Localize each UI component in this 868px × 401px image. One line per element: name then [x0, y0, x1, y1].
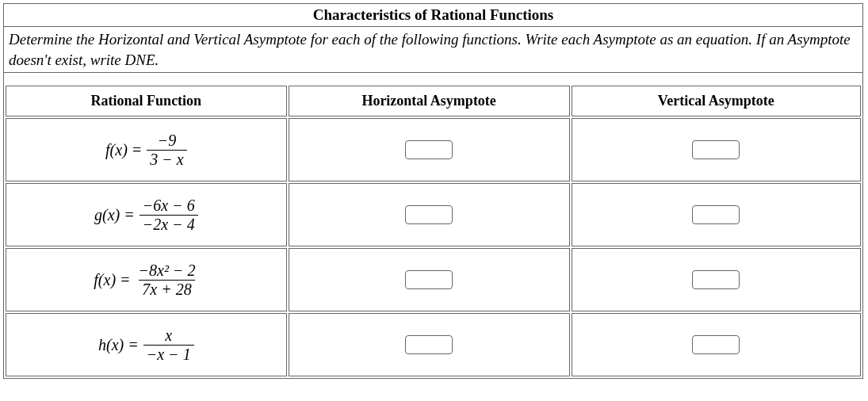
function-lhs: f(x) =	[105, 141, 142, 159]
table-row: g(x) = −6x − 6 −2x − 4	[6, 183, 861, 246]
fraction: −6x − 6 −2x − 4	[140, 197, 198, 233]
worksheet-outer-table: Characteristics of Rational Functions De…	[3, 3, 863, 379]
ha-cell	[289, 248, 570, 311]
table-row: h(x) = x −x − 1	[6, 313, 861, 376]
worksheet-instructions: Determine the Horizontal and Vertical As…	[4, 27, 863, 73]
fraction: x −x − 1	[143, 327, 194, 363]
va-cell	[572, 248, 862, 311]
ha-input[interactable]	[405, 270, 453, 289]
function-cell: g(x) = −6x − 6 −2x − 4	[6, 183, 287, 246]
ha-input[interactable]	[405, 335, 453, 354]
header-rational-function: Rational Function	[6, 86, 287, 116]
denominator: 7x + 28	[139, 280, 194, 298]
va-input[interactable]	[692, 335, 740, 354]
va-input[interactable]	[692, 205, 740, 224]
function-lhs: g(x) =	[94, 206, 135, 224]
function-cell: f(x) = −9 3 − x	[6, 118, 287, 181]
function-cell: f(x) = −8x² − 2 7x + 28	[6, 248, 287, 311]
ha-cell	[289, 183, 570, 246]
table-row: f(x) = −9 3 − x	[6, 118, 861, 181]
va-cell	[572, 313, 862, 376]
numerator: x	[162, 327, 175, 345]
fraction: −8x² − 2 7x + 28	[136, 262, 199, 298]
header-horizontal-asymptote: Horizontal Asymptote	[289, 86, 570, 116]
numerator: −8x² − 2	[136, 262, 199, 280]
denominator: −x − 1	[143, 345, 194, 363]
table-row: f(x) = −8x² − 2 7x + 28	[6, 248, 861, 311]
header-vertical-asymptote: Vertical Asymptote	[572, 86, 862, 116]
va-input[interactable]	[692, 140, 740, 159]
va-cell	[572, 183, 862, 246]
numerator: −9	[155, 132, 180, 150]
denominator: 3 − x	[147, 150, 186, 168]
function-lhs: f(x) =	[94, 271, 130, 289]
ha-cell	[289, 313, 570, 376]
ha-input[interactable]	[405, 205, 453, 224]
function-lhs: h(x) =	[98, 336, 139, 354]
numerator: −6x − 6	[140, 197, 198, 215]
instructions-text-post: .	[155, 52, 159, 68]
asymptote-table: Rational Function Horizontal Asymptote V…	[4, 84, 862, 378]
va-input[interactable]	[692, 270, 740, 289]
function-cell: h(x) = x −x − 1	[6, 313, 287, 376]
instructions-dne: DNE	[125, 52, 155, 68]
ha-input[interactable]	[405, 140, 453, 159]
va-cell	[572, 118, 862, 181]
ha-cell	[289, 118, 570, 181]
spacer	[4, 73, 863, 85]
fraction: −9 3 − x	[147, 132, 186, 168]
worksheet-title: Characteristics of Rational Functions	[4, 4, 863, 27]
denominator: −2x − 4	[140, 215, 198, 233]
